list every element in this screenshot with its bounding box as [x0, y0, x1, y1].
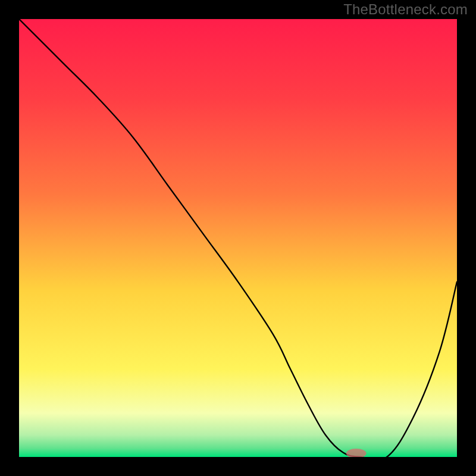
chart-svg	[19, 19, 457, 457]
watermark-text: TheBottleneck.com	[343, 1, 468, 18]
plot-frame	[19, 19, 457, 457]
chart-stage: TheBottleneck.com	[0, 0, 476, 476]
